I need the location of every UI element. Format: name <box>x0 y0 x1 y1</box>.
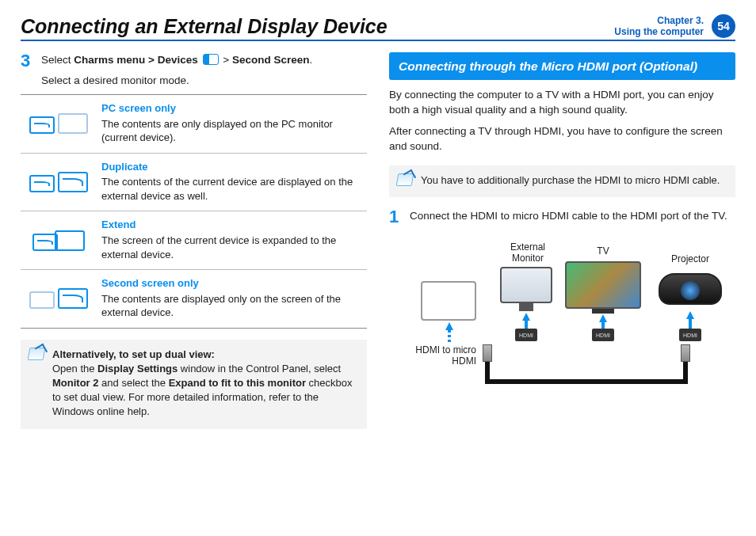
mode-name: PC screen only <box>101 101 362 116</box>
note-hdmi-cable: You have to additionally purchase the HD… <box>389 165 735 197</box>
text-bold: Expand to fit to this monitor <box>169 377 306 389</box>
arrow-icon <box>599 314 607 322</box>
chapter-block: Chapter 3. Using the computer 54 <box>614 14 735 38</box>
paragraph: By connecting the computer to a TV with … <box>389 88 735 118</box>
text: and select the <box>99 377 169 389</box>
text-bold: Monitor 2 <box>52 377 99 389</box>
arrow-icon <box>522 313 530 321</box>
step-text: Connect the HDMI to micro HDMI cable to … <box>410 208 735 226</box>
page-number-badge: 54 <box>712 14 735 38</box>
mode-row-pc-only: PC screen only The contents are only dis… <box>21 95 367 154</box>
arrow-icon <box>689 319 692 329</box>
devices-icon <box>203 54 219 65</box>
tv-stand-icon <box>592 309 614 314</box>
section-heading: Connecting through the Micro HDMI port (… <box>389 52 735 80</box>
mode-desc: The contents are only displayed on the P… <box>101 117 362 145</box>
monitor-icon <box>500 267 552 303</box>
text: Select <box>41 54 74 66</box>
text-bold: Display Settings <box>97 363 178 374</box>
cable-icon <box>683 362 688 381</box>
text: > <box>220 54 232 66</box>
step-number: 1 <box>389 208 402 226</box>
hdmi-port-icon: HDMI <box>515 329 537 341</box>
text: window in the Control Panel, select <box>178 363 341 374</box>
mode-name: Second screen only <box>101 276 362 291</box>
arrow-icon <box>448 330 451 344</box>
mode-name: Duplicate <box>101 160 362 174</box>
mode-icon <box>21 95 97 153</box>
step-1: 1 Connect the HDMI to micro HDMI cable t… <box>389 208 735 226</box>
mode-icon <box>21 270 97 328</box>
cable-icon <box>485 379 688 384</box>
arrow-icon <box>686 311 694 319</box>
mode-row-duplicate: Duplicate The contents of the current de… <box>21 154 367 212</box>
step-3: 3 Select Charms menu > Devices > Second … <box>21 52 367 88</box>
note-title: Alternatively, to set up dual view: <box>52 348 215 360</box>
text: Select a desired monitor mode. <box>41 73 367 89</box>
chapter-line-2: Using the computer <box>614 26 704 37</box>
step-body: Select Charms menu > Devices > Second Sc… <box>41 52 367 88</box>
chapter-text: Chapter 3. Using the computer <box>614 15 704 38</box>
text-bold: Second Screen <box>232 54 310 66</box>
mode-desc: The screen of the current device is expa… <box>101 234 362 261</box>
label-cable: HDMI to micro HDMI <box>389 344 476 367</box>
arrow-icon <box>445 322 453 330</box>
arrow-icon <box>525 321 528 329</box>
plug-icon <box>681 344 690 362</box>
right-column: Connecting through the Micro HDMI port (… <box>389 52 735 429</box>
mode-icon <box>21 211 97 269</box>
plug-icon <box>483 344 492 362</box>
mode-name: Extend <box>101 218 362 232</box>
text-bold: Charms menu > Devices <box>74 54 197 66</box>
arrow-icon <box>601 322 605 329</box>
label-projector: Projector <box>662 253 718 264</box>
hdmi-port-icon: HDMI <box>592 329 614 341</box>
page-title: Connecting an External Display Device <box>21 15 388 38</box>
chapter-line-1: Chapter 3. <box>614 15 704 26</box>
mode-row-second-only: Second screen only The contents are disp… <box>21 270 367 328</box>
mode-desc: The contents of the current device are d… <box>101 175 362 203</box>
label-external-monitor: External Monitor <box>500 241 556 264</box>
paragraph: After connecting a TV through HDMI, you … <box>389 124 735 154</box>
note-dual-view: Alternatively, to set up dual view: Open… <box>21 340 367 429</box>
mode-row-extend: Extend The screen of the current device … <box>21 211 367 270</box>
tv-icon <box>565 261 641 309</box>
label-tv: TV <box>571 245 635 257</box>
cable-icon <box>485 362 490 381</box>
monitor-stand-icon <box>519 303 533 311</box>
hdmi-diagram: HDMI to micro HDMI External Monitor HDMI… <box>389 234 735 408</box>
step-number: 3 <box>21 52 33 88</box>
hdmi-port-icon: HDMI <box>679 329 701 341</box>
projector-lens-icon <box>681 281 700 300</box>
note-text: You have to additionally purchase the HD… <box>421 174 720 186</box>
monitor-mode-table: PC screen only The contents are only dis… <box>21 94 367 329</box>
tablet-icon <box>421 281 476 321</box>
text: . <box>309 54 312 66</box>
page-header: Connecting an External Display Device Ch… <box>21 14 735 41</box>
text: Open the <box>52 363 97 374</box>
mode-icon <box>21 154 97 211</box>
mode-desc: The contents are displayed only on the s… <box>101 292 362 320</box>
left-column: 3 Select Charms menu > Devices > Second … <box>21 52 367 429</box>
